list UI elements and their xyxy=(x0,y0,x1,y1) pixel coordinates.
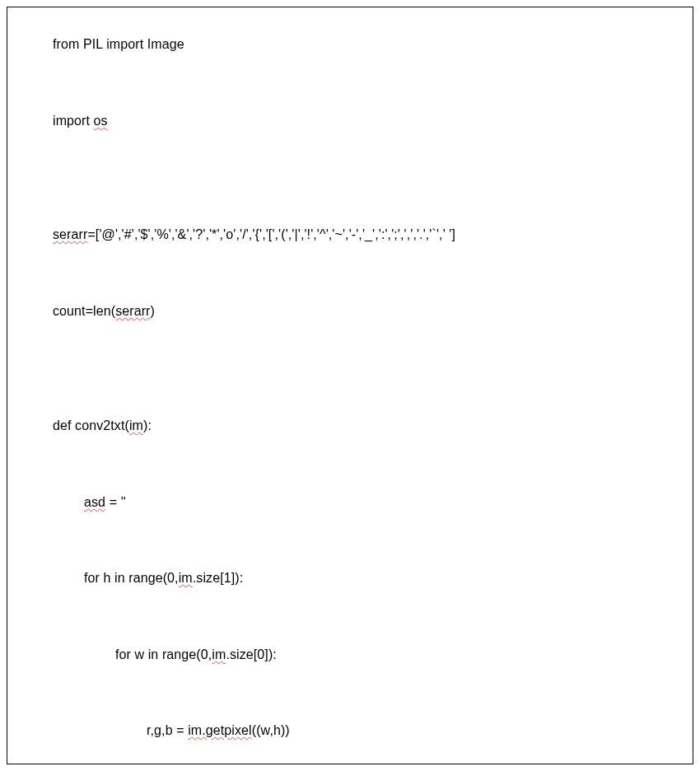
code-line: count=len(serarr) xyxy=(53,303,656,320)
code-line xyxy=(53,761,656,764)
code-line: def conv2txt(im): xyxy=(53,418,656,435)
code-line xyxy=(53,341,656,358)
code-line xyxy=(53,608,656,625)
code-line: from PIL import Image xyxy=(53,36,656,54)
code-line xyxy=(53,456,656,473)
code-line xyxy=(53,151,656,168)
code-line: for w in range(0,im.size[0]): xyxy=(53,647,656,664)
code-line: for h in range(0,im.size[1]): xyxy=(53,570,656,587)
code-line xyxy=(53,685,656,702)
code-block: from PIL import Image import os serarr=[… xyxy=(7,7,693,764)
code-line: r,g,b = im.getpixel((w,h)) xyxy=(53,722,656,740)
code-line xyxy=(53,265,656,283)
code-line xyxy=(53,532,656,549)
code-line: asd = '' xyxy=(53,494,656,512)
code-line xyxy=(53,189,656,206)
code-line: serarr=['@','#','$','%','&','?','*','o',… xyxy=(53,227,656,244)
code-line: import os xyxy=(53,113,656,130)
code-line xyxy=(53,380,656,397)
code-line xyxy=(53,74,656,91)
